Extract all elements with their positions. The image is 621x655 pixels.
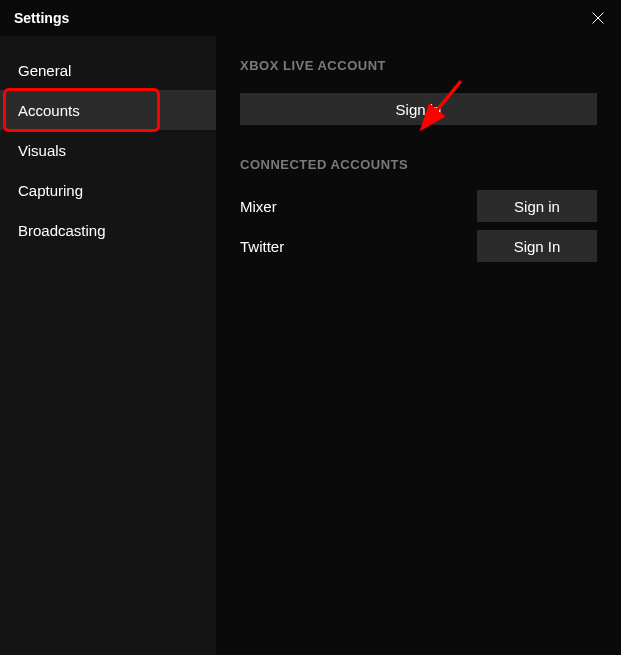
sidebar-item-label: Broadcasting — [18, 222, 106, 239]
content-pane: XBOX LIVE ACCOUNT Sign in CONNECTED ACCO… — [216, 36, 621, 655]
sidebar: General Accounts Visuals Capturing Broad… — [0, 36, 216, 655]
xbox-signin-button[interactable]: Sign in — [240, 93, 597, 125]
titlebar: Settings — [0, 0, 621, 36]
account-row-twitter: Twitter Sign In — [240, 226, 597, 266]
account-label: Mixer — [240, 198, 277, 215]
sidebar-item-label: Capturing — [18, 182, 83, 199]
sidebar-item-label: General — [18, 62, 71, 79]
xbox-live-header: XBOX LIVE ACCOUNT — [240, 58, 597, 73]
settings-window: Settings General Accounts Visuals Captur… — [0, 0, 621, 655]
sidebar-item-label: Accounts — [18, 102, 80, 119]
window-title: Settings — [14, 10, 69, 26]
body: General Accounts Visuals Capturing Broad… — [0, 36, 621, 655]
close-icon — [592, 12, 604, 24]
sidebar-item-broadcasting[interactable]: Broadcasting — [0, 210, 216, 250]
account-label: Twitter — [240, 238, 284, 255]
sidebar-item-visuals[interactable]: Visuals — [0, 130, 216, 170]
sidebar-item-general[interactable]: General — [0, 50, 216, 90]
account-row-mixer: Mixer Sign in — [240, 186, 597, 226]
twitter-signin-button[interactable]: Sign In — [477, 230, 597, 262]
sidebar-item-label: Visuals — [18, 142, 66, 159]
mixer-signin-button[interactable]: Sign in — [477, 190, 597, 222]
close-button[interactable] — [575, 2, 621, 34]
sidebar-item-accounts[interactable]: Accounts — [0, 90, 216, 130]
sidebar-item-capturing[interactable]: Capturing — [0, 170, 216, 210]
connected-accounts-header: CONNECTED ACCOUNTS — [240, 157, 597, 172]
